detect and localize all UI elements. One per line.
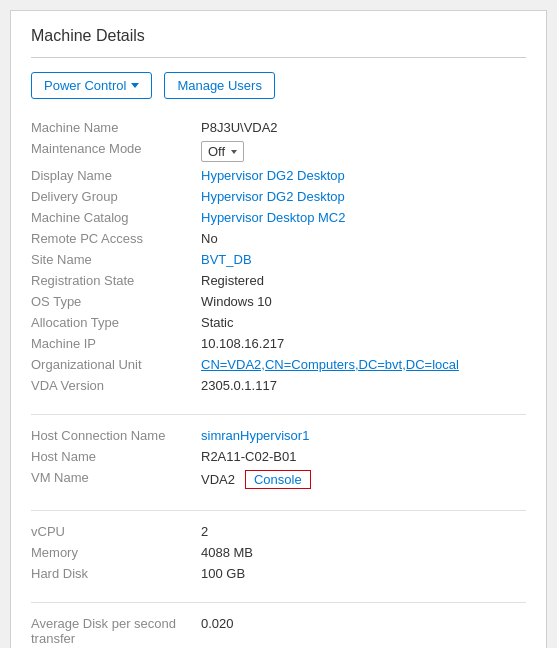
display-name-label: Display Name bbox=[31, 168, 201, 183]
maintenance-mode-value: Off bbox=[208, 144, 225, 159]
maintenance-mode-row: Maintenance Mode Off bbox=[31, 138, 526, 165]
site-name-label: Site Name bbox=[31, 252, 201, 267]
organizational-unit-value[interactable]: CN=VDA2,CN=Computers,DC=bvt,DC=local bbox=[201, 357, 526, 372]
host-connection-name-value[interactable]: simranHypervisor1 bbox=[201, 428, 526, 443]
organizational-unit-label: Organizational Unit bbox=[31, 357, 201, 372]
avg-transfer-label: Average Disk per second transfer bbox=[31, 616, 201, 646]
section-divider-1 bbox=[31, 414, 526, 415]
console-button[interactable]: Console bbox=[245, 470, 311, 489]
panel-title: Machine Details bbox=[31, 27, 526, 45]
registration-state-row: Registration State Registered bbox=[31, 270, 526, 291]
site-name-row: Site Name BVT_DB bbox=[31, 249, 526, 270]
resources-section: vCPU 2 Memory 4088 MB Hard Disk 100 GB bbox=[31, 521, 526, 584]
chevron-small-icon bbox=[231, 150, 237, 154]
allocation-type-row: Allocation Type Static bbox=[31, 312, 526, 333]
manage-users-button[interactable]: Manage Users bbox=[164, 72, 275, 99]
title-divider bbox=[31, 57, 526, 58]
memory-row: Memory 4088 MB bbox=[31, 542, 526, 563]
vm-name-with-console: VDA2 Console bbox=[201, 470, 311, 489]
delivery-group-row: Delivery Group Hypervisor DG2 Desktop bbox=[31, 186, 526, 207]
vda-version-label: VDA Version bbox=[31, 378, 201, 393]
allocation-type-value: Static bbox=[201, 315, 526, 330]
manage-users-label: Manage Users bbox=[177, 78, 262, 93]
machine-catalog-value[interactable]: Hypervisor Desktop MC2 bbox=[201, 210, 526, 225]
disk-section: Average Disk per second transfer 0.020 C… bbox=[31, 613, 526, 648]
os-type-row: OS Type Windows 10 bbox=[31, 291, 526, 312]
registration-state-value: Registered bbox=[201, 273, 526, 288]
main-details-section: Machine Name P8J3U\VDA2 Maintenance Mode… bbox=[31, 117, 526, 396]
machine-catalog-label: Machine Catalog bbox=[31, 210, 201, 225]
delivery-group-value[interactable]: Hypervisor DG2 Desktop bbox=[201, 189, 526, 204]
registration-state-label: Registration State bbox=[31, 273, 201, 288]
os-type-value: Windows 10 bbox=[201, 294, 526, 309]
remote-pc-access-value: No bbox=[201, 231, 526, 246]
machine-name-value: P8J3U\VDA2 bbox=[201, 120, 526, 135]
vm-name-row: VM Name VDA2 Console bbox=[31, 467, 526, 492]
maintenance-mode-select[interactable]: Off bbox=[201, 141, 244, 162]
remote-pc-access-label: Remote PC Access bbox=[31, 231, 201, 246]
hard-disk-label: Hard Disk bbox=[31, 566, 201, 581]
hard-disk-value: 100 GB bbox=[201, 566, 526, 581]
chevron-down-icon bbox=[131, 83, 139, 88]
machine-ip-value: 10.108.16.217 bbox=[201, 336, 526, 351]
delivery-group-label: Delivery Group bbox=[31, 189, 201, 204]
maintenance-mode-label: Maintenance Mode bbox=[31, 141, 201, 156]
machine-ip-label: Machine IP bbox=[31, 336, 201, 351]
machine-name-label: Machine Name bbox=[31, 120, 201, 135]
host-name-label: Host Name bbox=[31, 449, 201, 464]
memory-value: 4088 MB bbox=[201, 545, 526, 560]
display-name-value[interactable]: Hypervisor DG2 Desktop bbox=[201, 168, 526, 183]
memory-label: Memory bbox=[31, 545, 201, 560]
vda-version-row: VDA Version 2305.0.1.117 bbox=[31, 375, 526, 396]
vm-name-label: VM Name bbox=[31, 470, 201, 485]
host-name-value: R2A11-C02-B01 bbox=[201, 449, 526, 464]
machine-details-panel: Machine Details Power Control Manage Use… bbox=[10, 10, 547, 648]
host-connection-name-label: Host Connection Name bbox=[31, 428, 201, 443]
organizational-unit-row: Organizational Unit CN=VDA2,CN=Computers… bbox=[31, 354, 526, 375]
section-divider-3 bbox=[31, 602, 526, 603]
site-name-value[interactable]: BVT_DB bbox=[201, 252, 526, 267]
remote-pc-access-row: Remote PC Access No bbox=[31, 228, 526, 249]
machine-ip-row: Machine IP 10.108.16.217 bbox=[31, 333, 526, 354]
host-section: Host Connection Name simranHypervisor1 H… bbox=[31, 425, 526, 492]
vcpu-label: vCPU bbox=[31, 524, 201, 539]
os-type-label: OS Type bbox=[31, 294, 201, 309]
allocation-type-label: Allocation Type bbox=[31, 315, 201, 330]
display-name-row: Display Name Hypervisor DG2 Desktop bbox=[31, 165, 526, 186]
vda-version-value: 2305.0.1.117 bbox=[201, 378, 526, 393]
hard-disk-row: Hard Disk 100 GB bbox=[31, 563, 526, 584]
power-control-button[interactable]: Power Control bbox=[31, 72, 152, 99]
toolbar: Power Control Manage Users bbox=[31, 72, 526, 99]
power-control-label: Power Control bbox=[44, 78, 126, 93]
host-name-row: Host Name R2A11-C02-B01 bbox=[31, 446, 526, 467]
avg-transfer-value: 0.020 bbox=[201, 616, 526, 631]
machine-catalog-row: Machine Catalog Hypervisor Desktop MC2 bbox=[31, 207, 526, 228]
vm-name-value: VDA2 bbox=[201, 472, 235, 487]
vcpu-value: 2 bbox=[201, 524, 526, 539]
vcpu-row: vCPU 2 bbox=[31, 521, 526, 542]
host-connection-name-row: Host Connection Name simranHypervisor1 bbox=[31, 425, 526, 446]
section-divider-2 bbox=[31, 510, 526, 511]
avg-transfer-row: Average Disk per second transfer 0.020 bbox=[31, 613, 526, 648]
machine-name-row: Machine Name P8J3U\VDA2 bbox=[31, 117, 526, 138]
